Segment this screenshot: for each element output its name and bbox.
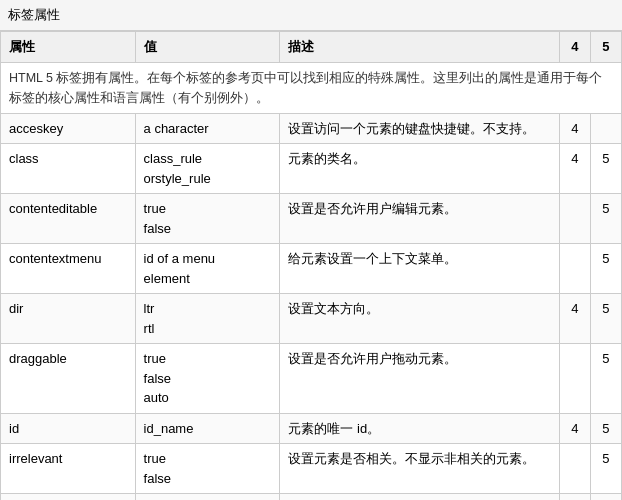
table-row: classclass_ruleorstyle_rule元素的类名。45 (1, 144, 622, 194)
cell-col4: 4 (559, 494, 590, 501)
cell-col4: 4 (559, 144, 590, 194)
cell-desc: 设置文本方向。 (280, 294, 559, 344)
header-col4: 4 (559, 32, 590, 63)
cell-col4 (559, 194, 590, 244)
intro-row: HTML 5 标签拥有属性。在每个标签的参考页中可以找到相应的特殊属性。这里列出… (1, 62, 622, 113)
cell-value: truefalseauto (135, 344, 280, 414)
table-row: idid_name元素的唯一 id。45 (1, 413, 622, 444)
cell-col5: 5 (590, 144, 621, 194)
cell-desc: 元素的唯一 id。 (280, 413, 559, 444)
cell-attr: id (1, 413, 136, 444)
cell-desc: 设置语言码。 (280, 494, 559, 501)
cell-col4 (559, 344, 590, 414)
cell-value: a character (135, 113, 280, 144)
table-row: contentextmenuid of a menuelement给元素设置一个… (1, 244, 622, 294)
cell-col4 (559, 244, 590, 294)
cell-col5: 5 (590, 294, 621, 344)
cell-col5: 5 (590, 244, 621, 294)
cell-attr: contentextmenu (1, 244, 136, 294)
intro-text: HTML 5 标签拥有属性。在每个标签的参考页中可以找到相应的特殊属性。这里列出… (1, 62, 622, 113)
cell-value: id_name (135, 413, 280, 444)
cell-col4 (559, 444, 590, 494)
page-title: 标签属性 (0, 0, 622, 31)
cell-value: language_code (135, 494, 280, 501)
header-desc: 描述 (280, 32, 559, 63)
cell-value: truefalse (135, 444, 280, 494)
cell-col4: 4 (559, 413, 590, 444)
cell-desc: 元素的类名。 (280, 144, 559, 194)
header-attr: 属性 (1, 32, 136, 63)
cell-col5 (590, 113, 621, 144)
cell-attr: lang (1, 494, 136, 501)
cell-attr: class (1, 144, 136, 194)
cell-value: id of a menuelement (135, 244, 280, 294)
header-value: 值 (135, 32, 280, 63)
cell-attr: dir (1, 294, 136, 344)
cell-value: ltrrtl (135, 294, 280, 344)
table-row: acceskeya character设置访问一个元素的键盘快捷键。不支持。4 (1, 113, 622, 144)
cell-desc: 设置元素是否相关。不显示非相关的元素。 (280, 444, 559, 494)
cell-value: class_ruleorstyle_rule (135, 144, 280, 194)
cell-desc: 设置是否允许用户编辑元素。 (280, 194, 559, 244)
cell-desc: 给元素设置一个上下文菜单。 (280, 244, 559, 294)
cell-value: truefalse (135, 194, 280, 244)
table-row: draggabletruefalseauto设置是否允许用户拖动元素。5 (1, 344, 622, 414)
cell-desc: 设置访问一个元素的键盘快捷键。不支持。 (280, 113, 559, 144)
cell-attr: irrelevant (1, 444, 136, 494)
header-col5: 5 (590, 32, 621, 63)
table-row: dirltrrtl设置文本方向。45 (1, 294, 622, 344)
attributes-table: 属性 值 描述 4 5 HTML 5 标签拥有属性。在每个标签的参考页中可以找到… (0, 31, 622, 500)
cell-col5: 5 (590, 444, 621, 494)
table-row: irrelevanttruefalse设置元素是否相关。不显示非相关的元素。5 (1, 444, 622, 494)
table-row: contenteditabletruefalse设置是否允许用户编辑元素。5 (1, 194, 622, 244)
cell-col5: 5 (590, 413, 621, 444)
cell-attr: draggable (1, 344, 136, 414)
table-row: langlanguage_code设置语言码。45 (1, 494, 622, 501)
cell-desc: 设置是否允许用户拖动元素。 (280, 344, 559, 414)
cell-col5: 5 (590, 494, 621, 501)
cell-col5: 5 (590, 194, 621, 244)
cell-attr: contenteditable (1, 194, 136, 244)
cell-col5: 5 (590, 344, 621, 414)
cell-col4: 4 (559, 113, 590, 144)
cell-col4: 4 (559, 294, 590, 344)
cell-attr: acceskey (1, 113, 136, 144)
